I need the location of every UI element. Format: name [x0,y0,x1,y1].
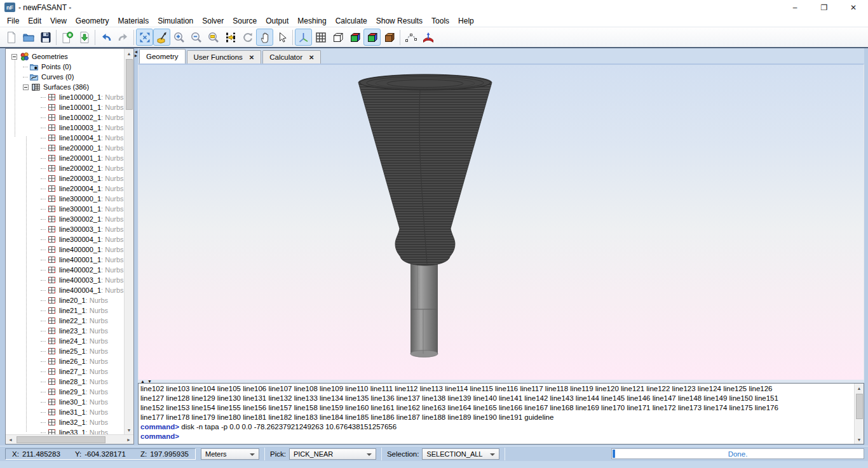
curve-tool-button[interactable] [402,29,419,46]
fit-view-button[interactable] [136,29,153,46]
tree-surface-item[interactable]: line100000_1 : Nurbs [6,92,124,102]
close-button[interactable]: ✕ [839,0,868,15]
show-axes-button[interactable] [295,29,312,46]
tree-surface-item[interactable]: line400002_1 : Nurbs [6,265,124,275]
tree-surface-item[interactable]: line21_1 : Nurbs [6,305,124,316]
tree-vertical-scrollbar[interactable]: ▲ ▼ [124,49,133,434]
tree-surface-item[interactable]: line200001_1 : Nurbs [6,153,124,163]
menu-item[interactable]: Edit [24,15,46,27]
tab-geometry[interactable]: Geometry [139,49,186,64]
wireframe-view-button[interactable] [329,29,346,46]
tree-surface-item[interactable]: line20_1 : Nurbs [6,295,124,305]
tree-horizontal-scrollbar[interactable]: ◄ ► [6,434,133,444]
collapse-box-icon[interactable] [11,54,17,60]
corrugated-horn-model[interactable] [355,71,501,360]
tree-surface-item[interactable]: line23_1 : Nurbs [6,326,124,336]
pan-view-button[interactable] [256,29,273,46]
surface-tool-button[interactable] [419,29,437,46]
tree-vscroll-thumb[interactable] [126,59,133,110]
menu-item[interactable]: Calculate [331,15,372,27]
add-geometry-button[interactable] [58,29,76,46]
select-pointer-button[interactable] [273,29,290,46]
scroll-right-icon[interactable]: ► [124,438,133,442]
tree-surface-item[interactable]: line300001_1 : Nurbs [6,204,124,214]
tree-surface-item[interactable]: line100003_1 : Nurbs [6,123,124,133]
open-file-button[interactable] [20,29,37,46]
console-scroll-thumb[interactable] [856,394,863,419]
tab-close-icon[interactable]: ✕ [249,54,254,61]
tree-surface-item[interactable]: line100001_1 : Nurbs [6,102,124,112]
pick-dropdown[interactable]: PICK_NEAR [289,448,376,460]
menu-item[interactable]: Geometry [71,15,114,27]
tab-calculator[interactable]: Calculator ✕ [262,50,321,64]
scroll-up-icon[interactable]: ▲ [125,49,133,58]
tree-node-points[interactable]: Points (0) [6,62,124,72]
swap-panels-button[interactable] [222,29,239,46]
show-grid-button[interactable] [312,29,329,46]
console-scrollbar[interactable]: ▲ ▼ [854,384,864,444]
tree-surface-item[interactable]: line22_1 : Nurbs [6,316,124,326]
tree-surface-item[interactable]: line29_1 : Nurbs [6,387,124,397]
tab-user-functions[interactable]: User Functions ✕ [187,50,262,64]
zoom-window-button[interactable] [205,29,222,46]
menu-item[interactable]: Output [261,15,293,27]
tree-surface-item[interactable]: line100004_1 : Nurbs [6,133,124,143]
selection-dropdown[interactable]: SELECTION_ALL [422,448,499,460]
tree-surface-item[interactable]: line400000_1 : Nurbs [6,244,124,255]
menu-item[interactable]: Solver [198,15,228,27]
tree-surface-item[interactable]: line33_1 : Nurbs [6,427,124,434]
new-file-button[interactable] [3,29,20,46]
tree-surface-item[interactable]: line200002_1 : Nurbs [6,163,124,173]
tree-surface-item[interactable]: line32_1 : Nurbs [6,417,124,427]
scroll-down-icon[interactable]: ▼ [125,425,133,434]
rotate-view-button[interactable] [239,29,256,46]
collapse-box-icon[interactable] [23,84,29,90]
tree-node-curves[interactable]: Curves (0) [6,72,124,82]
tree-surface-item[interactable]: line25_1 : Nurbs [6,346,124,356]
perspective-zoom-button[interactable] [153,29,170,46]
redo-button[interactable] [114,29,132,46]
tree-surface-item[interactable]: line300002_1 : Nurbs [6,214,124,224]
viewport-3d[interactable] [138,64,864,380]
tree-surface-item[interactable]: line28_1 : Nurbs [6,377,124,387]
tree-surface-item[interactable]: line300000_1 : Nurbs [6,194,124,204]
tree-surface-item[interactable]: line200000_1 : Nurbs [6,143,124,153]
zoom-in-button[interactable] [170,29,187,46]
tree-surface-item[interactable]: line400004_1 : Nurbs [6,285,124,295]
menu-item[interactable]: View [46,15,71,27]
menu-item[interactable]: File [3,15,24,27]
console-output[interactable]: line102 line103 line104 line105 line106 … [139,384,854,444]
scroll-left-icon[interactable]: ◄ [6,438,15,442]
menu-item[interactable]: Simulation [153,15,198,27]
tree-surface-item[interactable]: line300004_1 : Nurbs [6,234,124,244]
scroll-down-icon[interactable]: ▼ [855,435,864,444]
zoom-out-button[interactable] [187,29,205,46]
import-geometry-button[interactable] [76,29,93,46]
tree-surface-item[interactable]: line27_1 : Nurbs [6,366,124,377]
tree-surface-item[interactable]: line400001_1 : Nurbs [6,255,124,265]
menu-item[interactable]: Source [228,15,261,27]
solid-view-button[interactable] [346,29,363,46]
scroll-up-icon[interactable]: ▲ [855,384,864,392]
undo-button[interactable] [97,29,114,46]
textured-view-button[interactable] [381,29,398,46]
minimize-button[interactable]: – [780,0,810,15]
menu-item[interactable]: Tools [427,15,454,27]
save-file-button[interactable] [37,29,54,46]
tree-surface-item[interactable]: line300003_1 : Nurbs [6,224,124,234]
tree-surface-item[interactable]: line100002_1 : Nurbs [6,112,124,123]
tree-surface-item[interactable]: line400003_1 : Nurbs [6,275,124,285]
tree-surface-item[interactable]: line24_1 : Nurbs [6,336,124,346]
menu-item[interactable]: Show Results [372,15,427,27]
units-dropdown[interactable]: Meters [201,448,259,460]
tree-node-surfaces[interactable]: Surfaces (386) [6,82,124,92]
tree-surface-item[interactable]: line31_1 : Nurbs [6,407,124,417]
tree-node-geometries[interactable]: Geometries [6,51,124,62]
shaded-view-button[interactable] [363,29,381,46]
tree-hscroll-thumb[interactable] [17,436,105,443]
tree-surface-item[interactable]: line200004_1 : Nurbs [6,184,124,194]
menu-item[interactable]: Meshing [293,15,330,27]
restore-button[interactable]: ❐ [810,0,839,15]
tab-close-icon[interactable]: ✕ [309,54,314,61]
tree-surface-item[interactable]: line200003_1 : Nurbs [6,173,124,184]
